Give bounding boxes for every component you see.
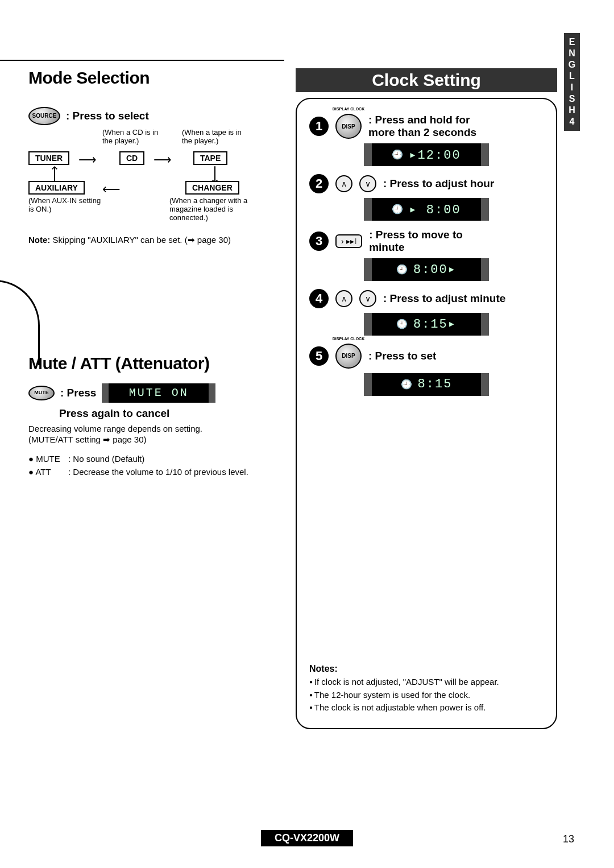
step-3-text: : Press to move to minute xyxy=(369,229,483,254)
step-5-badge: 5 xyxy=(309,346,329,366)
mute-press: : Press xyxy=(60,387,96,399)
source-button[interactable]: SOURCE xyxy=(28,107,60,125)
top-rule xyxy=(0,60,284,61)
lcd-display-1: 🕘▸12:00 xyxy=(364,143,489,166)
step-2-badge: 2 xyxy=(309,174,329,193)
step-4-badge: 4 xyxy=(309,289,329,308)
lcd-display-5: 🕘 8:15 xyxy=(364,373,489,396)
mute-definition: ● MUTE: No sound (Default) xyxy=(28,453,279,465)
cd-note: (When a CD is in the player.) xyxy=(102,129,165,146)
step-5-text: : Press to set xyxy=(368,350,436,362)
notes-title: Notes: xyxy=(309,664,544,674)
mute-desc1: Decreasing volume range depends on setti… xyxy=(28,424,279,435)
step-4-text: : Press to adjust minute xyxy=(383,292,505,305)
disp-button[interactable]: DISP xyxy=(335,344,362,369)
step-3-badge: 3 xyxy=(309,232,329,251)
forward-button[interactable]: › ▸▸| xyxy=(335,234,362,248)
decorative-curve xyxy=(0,280,40,365)
step-1-text: : Press and hold for more than 2 seconds xyxy=(368,114,499,139)
clock-setting-title: Clock Setting xyxy=(296,68,557,92)
arrow-icon: ⟶ xyxy=(154,152,172,167)
source-instruction: : Press to select xyxy=(66,110,149,122)
language-tab: E N G L I S H 4 xyxy=(564,33,580,131)
changer-box: CHANGER xyxy=(185,181,239,195)
clock-note-3: The clock is not adjustable when power i… xyxy=(309,702,544,713)
tape-box: TAPE xyxy=(193,151,227,165)
aux-note: (When AUX-IN setting is ON.) xyxy=(28,197,108,214)
display-clock-label: DISPLAY CLOCK xyxy=(333,107,364,111)
mode-selection-title: Mode Selection xyxy=(28,68,150,88)
mute-desc2: (MUTE/ATT setting ➡ page 30) xyxy=(28,435,279,445)
up-button[interactable]: ∧ xyxy=(335,290,352,307)
model-badge: CQ-VX2200W xyxy=(261,830,353,846)
clock-panel: 1 DISPLAY CLOCK DISP : Press and hold fo… xyxy=(296,98,557,729)
arrow-icon: ⟶ xyxy=(78,152,97,167)
clock-note-2: The 12-hour system is used for the clock… xyxy=(309,689,544,701)
mute-button[interactable]: MUTE xyxy=(28,386,55,400)
step-2-text: : Press to adjust hour xyxy=(383,177,494,190)
mute-title: Mute / ATT (Attenuator) xyxy=(28,354,279,373)
down-button[interactable]: ∨ xyxy=(359,175,376,192)
lcd-display-4: 🕘 8:15▸ xyxy=(364,313,489,336)
page-number: 13 xyxy=(563,833,574,845)
up-button[interactable]: ∧ xyxy=(335,175,352,192)
clock-note-1: If clock is not adjusted, "ADJUST" will … xyxy=(309,676,544,688)
skip-aux-note: Note: Skipping "AUXILIARY" can be set. (… xyxy=(28,234,279,246)
press-again-text: Press again to cancel xyxy=(59,407,279,420)
arrow-icon: ⟵ xyxy=(102,182,121,197)
tape-note: (When a tape is in the player.) xyxy=(182,129,250,146)
changer-note: (When a changer with a magazine loaded i… xyxy=(169,197,266,222)
att-definition: ● ATT: Decrease the volume to 1/10 of pr… xyxy=(28,466,279,478)
disp-button[interactable]: DISP xyxy=(335,114,362,139)
down-button[interactable]: ∨ xyxy=(359,290,376,307)
cd-box: CD xyxy=(119,151,144,165)
lcd-display-2: 🕘▸ 8:00 xyxy=(364,198,489,221)
tuner-box: TUNER xyxy=(28,151,69,165)
lcd-display-3: 🕘 8:00▸ xyxy=(364,258,489,281)
auxiliary-box: AUXILIARY xyxy=(28,181,85,195)
display-clock-label: DISPLAY CLOCK xyxy=(333,337,364,341)
clock-notes-list: If clock is not adjusted, "ADJUST" will … xyxy=(309,676,544,713)
mode-flow-diagram: (When a CD is in the player.) (When a ta… xyxy=(28,132,279,200)
step-1-badge: 1 xyxy=(309,117,329,136)
mute-lcd: MUTE ON xyxy=(102,383,215,403)
